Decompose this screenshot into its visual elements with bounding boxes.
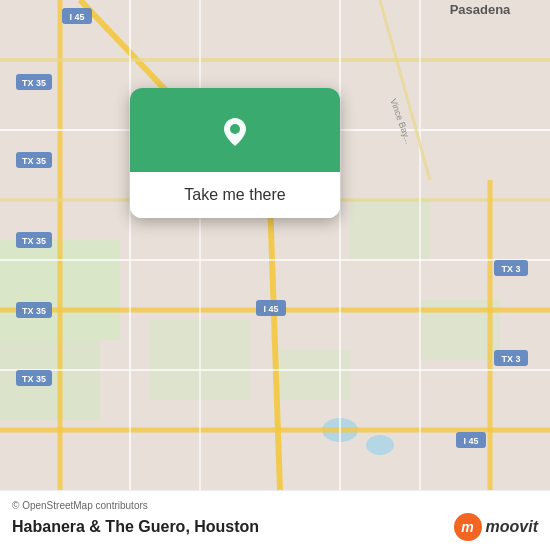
svg-point-8	[366, 435, 394, 455]
svg-rect-3	[350, 200, 430, 260]
svg-text:I 45: I 45	[263, 304, 278, 314]
location-name: Habanera & The Guero, Houston	[12, 518, 259, 536]
take-me-there-button[interactable]: Take me there	[130, 172, 340, 218]
svg-text:TX 35: TX 35	[22, 306, 46, 316]
svg-text:I 45: I 45	[69, 12, 84, 22]
moovit-logo: m moovit	[454, 513, 538, 541]
map-container: I 45 TX 35 TX 35 TX 35 TX 35 TX 35 I 45 …	[0, 0, 550, 490]
moovit-icon: m	[454, 513, 482, 541]
svg-text:TX 35: TX 35	[22, 236, 46, 246]
map-attribution: © OpenStreetMap contributors	[12, 500, 538, 511]
location-name-row: Habanera & The Guero, Houston m moovit	[12, 513, 538, 541]
moovit-brand-text: moovit	[486, 518, 538, 536]
svg-text:TX 3: TX 3	[501, 264, 520, 274]
svg-text:TX 35: TX 35	[22, 78, 46, 88]
location-pin-icon	[213, 110, 257, 154]
popup-card: Take me there	[130, 88, 340, 218]
svg-text:I 45: I 45	[463, 436, 478, 446]
svg-text:TX 3: TX 3	[501, 354, 520, 364]
bottom-bar: © OpenStreetMap contributors Habanera & …	[0, 490, 550, 550]
svg-text:Pasadena: Pasadena	[450, 2, 511, 17]
moovit-m-letter: m	[461, 519, 473, 535]
popup-header	[130, 88, 340, 172]
svg-text:TX 35: TX 35	[22, 374, 46, 384]
svg-text:TX 35: TX 35	[22, 156, 46, 166]
svg-point-48	[230, 124, 240, 134]
